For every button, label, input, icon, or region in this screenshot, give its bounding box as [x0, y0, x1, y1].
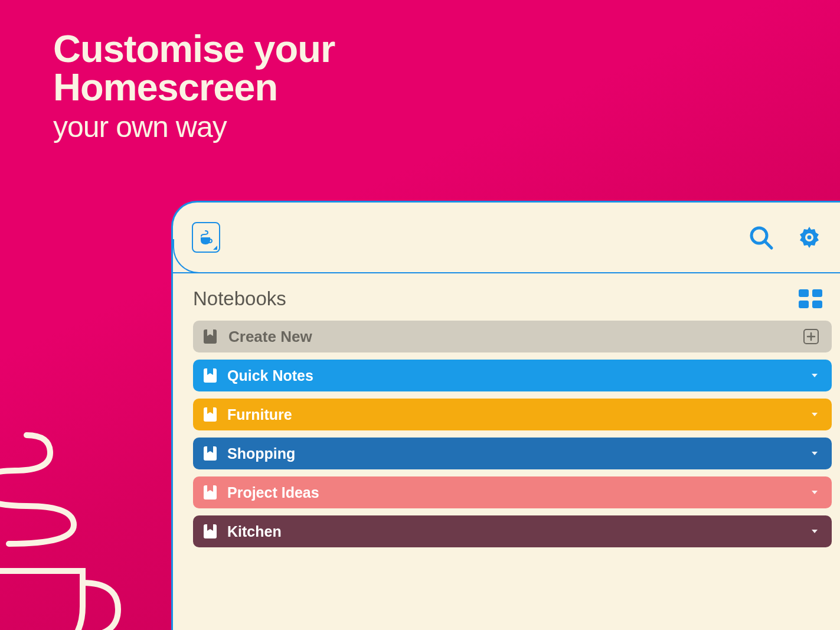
hero-headline: Customise your Homescreen your own way: [53, 30, 335, 144]
search-icon[interactable]: [748, 224, 774, 250]
section-title: Notebooks: [193, 288, 286, 310]
notebook-icon: [204, 407, 217, 422]
svg-rect-5: [812, 289, 822, 297]
svg-line-1: [766, 242, 772, 248]
notebook-row[interactable]: Kitchen: [193, 515, 832, 547]
chevron-down-icon: [810, 527, 819, 536]
notebook-icon: [204, 446, 217, 461]
notebook-label: Project Ideas: [227, 484, 810, 501]
notebook-row[interactable]: Quick Notes: [193, 360, 832, 391]
notebook-row[interactable]: Furniture: [193, 399, 832, 430]
create-new-label: Create New: [228, 328, 803, 346]
topbar: [173, 203, 840, 273]
notebook-label: Furniture: [227, 406, 810, 423]
notebook-row[interactable]: Project Ideas: [193, 476, 832, 508]
notebook-icon: [204, 524, 217, 538]
notebook-label: Kitchen: [227, 523, 810, 540]
notebook-list: Create New Quick Notes: [193, 321, 832, 547]
chevron-down-icon: [810, 410, 819, 419]
gear-icon[interactable]: [796, 224, 822, 250]
notebook-label: Shopping: [227, 445, 810, 462]
svg-rect-6: [799, 301, 809, 308]
notebook-icon: [204, 485, 217, 500]
app-logo[interactable]: [192, 222, 220, 253]
svg-point-3: [808, 236, 812, 240]
hero-subtitle: your own way: [53, 110, 335, 144]
plus-icon: [803, 329, 819, 344]
hero-title-line2: Homescreen: [53, 66, 277, 109]
notebook-icon: [204, 368, 217, 383]
coffee-cup-icon: [198, 229, 214, 246]
cup-outline-illustration: [0, 423, 142, 630]
svg-rect-4: [799, 289, 809, 297]
content-panel: Notebooks Create New: [173, 273, 840, 547]
notebook-row[interactable]: Shopping: [193, 438, 832, 469]
chevron-down-icon: [810, 449, 819, 458]
grid-view-icon[interactable]: [799, 289, 822, 308]
chevron-down-icon: [810, 371, 819, 380]
notebook-label: Quick Notes: [227, 367, 810, 384]
app-window: Notebooks Create New: [171, 201, 840, 630]
svg-point-0: [751, 228, 767, 243]
create-new-row[interactable]: Create New: [193, 321, 832, 352]
hero-title-line1: Customise your: [53, 27, 335, 70]
notebook-icon: [204, 329, 217, 344]
chevron-down-icon: [810, 488, 819, 497]
svg-rect-7: [812, 301, 822, 308]
